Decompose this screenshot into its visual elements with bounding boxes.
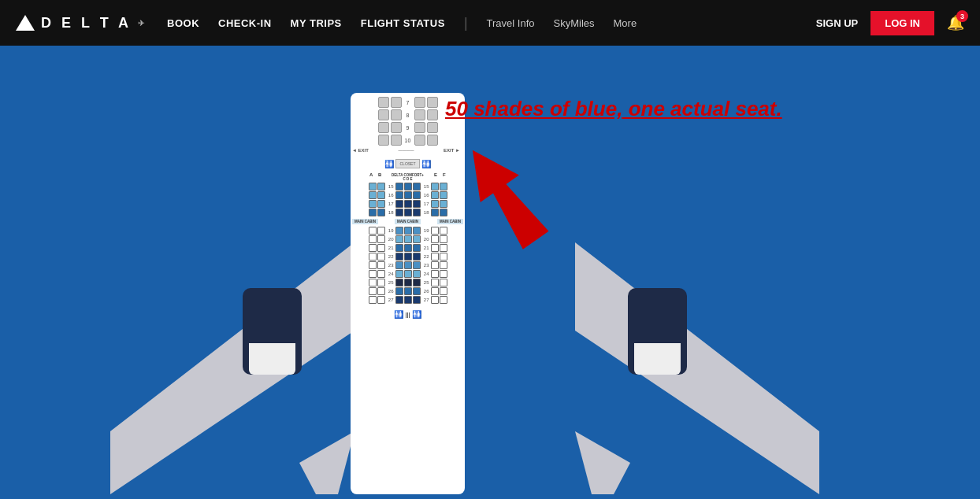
seat-19g[interactable] xyxy=(440,227,447,235)
seat-19d[interactable] xyxy=(404,227,412,235)
seat-23a[interactable] xyxy=(369,261,377,269)
seat-15f[interactable] xyxy=(431,183,439,190)
seat-17g[interactable] xyxy=(440,200,447,208)
seat-20g[interactable] xyxy=(440,235,447,243)
seat-26g[interactable] xyxy=(440,287,447,295)
seat-23d[interactable] xyxy=(404,261,412,269)
seat-25e[interactable] xyxy=(413,279,421,286)
seat-16f[interactable] xyxy=(431,191,439,199)
seat-21g[interactable] xyxy=(440,244,447,252)
seat-26d[interactable] xyxy=(404,287,412,295)
seat-24a[interactable] xyxy=(369,270,377,278)
seat-24g[interactable] xyxy=(440,270,447,278)
seat-27b[interactable] xyxy=(377,296,385,304)
seat-25g[interactable] xyxy=(440,279,447,286)
seat-19b[interactable] xyxy=(377,227,385,235)
seat-21b[interactable] xyxy=(377,244,385,252)
seat-25c[interactable] xyxy=(395,279,403,286)
seat-22f[interactable] xyxy=(431,253,439,261)
nav-book[interactable]: BOOK xyxy=(167,17,199,29)
seat-26e[interactable] xyxy=(413,287,421,295)
seat-18e[interactable] xyxy=(413,209,421,216)
seat-21c[interactable] xyxy=(395,244,403,252)
seat-16g[interactable] xyxy=(440,191,447,199)
seat-26c[interactable] xyxy=(395,287,403,295)
seat-15g[interactable] xyxy=(440,183,447,190)
seat-8b[interactable] xyxy=(391,109,402,120)
nav-travelinfo[interactable]: Travel Info xyxy=(487,17,535,29)
seat-16a[interactable] xyxy=(369,191,377,199)
seat-20c[interactable] xyxy=(395,235,403,243)
seat-15b[interactable] xyxy=(377,183,385,190)
seat-15c[interactable] xyxy=(395,183,403,190)
seat-15a[interactable] xyxy=(369,183,377,190)
seat-23b[interactable] xyxy=(377,261,385,269)
seat-21a[interactable] xyxy=(369,244,377,252)
seat-27c[interactable] xyxy=(395,296,403,304)
seat-17a[interactable] xyxy=(369,200,377,208)
seat-9b[interactable] xyxy=(391,122,402,133)
seat-27a[interactable] xyxy=(369,296,377,304)
seat-24f[interactable] xyxy=(431,270,439,278)
seat-17b[interactable] xyxy=(377,200,385,208)
seat-8e[interactable] xyxy=(427,109,438,120)
nav-checkin[interactable]: CHECK-IN xyxy=(218,17,272,29)
seat-23c[interactable] xyxy=(395,261,403,269)
seat-27f[interactable] xyxy=(431,296,439,304)
seat-20e[interactable] xyxy=(413,235,421,243)
seat-7b[interactable] xyxy=(391,97,402,108)
seat-22a[interactable] xyxy=(369,253,377,261)
seat-9a[interactable] xyxy=(378,122,389,133)
nav-more[interactable]: More xyxy=(614,17,637,29)
seat-25d[interactable] xyxy=(404,279,412,286)
seat-22d[interactable] xyxy=(404,253,412,261)
seat-19c[interactable] xyxy=(395,227,403,235)
seat-19a[interactable] xyxy=(369,227,377,235)
seat-21d[interactable] xyxy=(404,244,412,252)
signup-button[interactable]: SIGN UP xyxy=(816,17,858,29)
seat-7e[interactable] xyxy=(427,97,438,108)
seat-27g[interactable] xyxy=(440,296,447,304)
seat-18g[interactable] xyxy=(440,209,447,216)
seat-9e[interactable] xyxy=(427,122,438,133)
seat-18a[interactable] xyxy=(369,209,377,216)
seat-17f[interactable] xyxy=(431,200,439,208)
seat-22c[interactable] xyxy=(395,253,403,261)
seat-25b[interactable] xyxy=(377,279,385,286)
seat-10b[interactable] xyxy=(391,135,402,146)
seat-16c[interactable] xyxy=(395,191,403,199)
nav-mytrips[interactable]: MY TRIPS xyxy=(291,17,342,29)
seat-10d[interactable] xyxy=(414,135,425,146)
seat-18b[interactable] xyxy=(377,209,385,216)
seat-20d[interactable] xyxy=(404,235,412,243)
seat-7a[interactable] xyxy=(378,97,389,108)
seat-25a[interactable] xyxy=(369,279,377,286)
seat-26f[interactable] xyxy=(431,287,439,295)
seat-7d[interactable] xyxy=(414,97,425,108)
seat-24e[interactable] xyxy=(413,270,421,278)
seat-24d[interactable] xyxy=(404,270,412,278)
seat-27d[interactable] xyxy=(404,296,412,304)
seat-17d[interactable] xyxy=(404,200,412,208)
seat-22g[interactable] xyxy=(440,253,447,261)
seat-16d[interactable] xyxy=(404,191,412,199)
seat-18f[interactable] xyxy=(431,209,439,216)
seat-15d[interactable] xyxy=(404,183,412,190)
seat-20a[interactable] xyxy=(369,235,377,243)
seat-20f[interactable] xyxy=(431,235,439,243)
seat-16b[interactable] xyxy=(377,191,385,199)
seat-19e[interactable] xyxy=(413,227,421,235)
seat-26b[interactable] xyxy=(377,287,385,295)
seat-22b[interactable] xyxy=(377,253,385,261)
seat-25f[interactable] xyxy=(431,279,439,286)
seat-17c[interactable] xyxy=(395,200,403,208)
seat-18c[interactable] xyxy=(395,209,403,216)
seat-8a[interactable] xyxy=(378,109,389,120)
seat-20b[interactable] xyxy=(377,235,385,243)
seat-22e[interactable] xyxy=(413,253,421,261)
seat-27e[interactable] xyxy=(413,296,421,304)
seat-17e[interactable] xyxy=(413,200,421,208)
seat-10e[interactable] xyxy=(427,135,438,146)
nav-flightstatus[interactable]: FLIGHT STATUS xyxy=(361,17,445,29)
delta-logo[interactable]: D E L T A ✈ xyxy=(16,15,145,31)
